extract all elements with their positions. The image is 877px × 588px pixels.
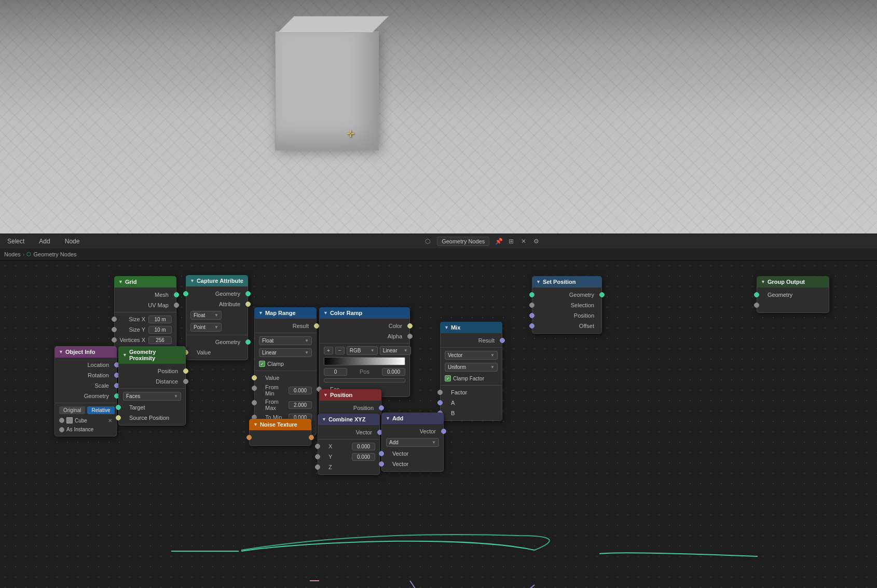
socket-mr-frommax[interactable] xyxy=(252,400,257,405)
socket-mr-result-out[interactable] xyxy=(314,323,319,329)
socket-sizex-in[interactable] xyxy=(112,317,117,322)
socket-gp-target-in[interactable] xyxy=(116,405,121,410)
cap-point-dropdown[interactable]: Point ▼ xyxy=(190,323,222,332)
socket-mix-result-out[interactable] xyxy=(500,338,505,343)
socket-sp-offset-in[interactable] xyxy=(529,323,535,329)
cr-rgb-dropdown[interactable]: RGB ▼ xyxy=(347,346,378,355)
mix-vector-dropdown[interactable]: Vector ▼ xyxy=(445,351,498,360)
clamp-label: Clamp xyxy=(267,361,284,367)
topbar-add[interactable]: Add xyxy=(36,237,53,246)
socket-add-v2-in[interactable] xyxy=(379,461,384,467)
socket-sizey-in[interactable] xyxy=(112,327,117,332)
close-icon[interactable]: ✕ xyxy=(518,236,529,247)
cr-stop-pos[interactable]: 0.000 xyxy=(382,368,405,376)
cr-color-picker-bar[interactable] xyxy=(324,378,405,382)
node-combine-xyz[interactable]: ▼ Combine XYZ Vector X 0.000 Y 0.000 xyxy=(318,414,380,475)
socket-cxyz-y-in[interactable] xyxy=(315,454,320,459)
cr-remove-btn[interactable]: − xyxy=(335,347,345,354)
cap-float-dropdown[interactable]: Float ▼ xyxy=(190,311,222,320)
mr-linear-dropdown[interactable]: Linear ▼ xyxy=(259,348,312,357)
tab-original[interactable]: Original xyxy=(59,406,85,414)
3d-viewport[interactable] xyxy=(0,0,877,234)
socket-oi-cube[interactable] xyxy=(59,418,64,423)
node-row-mr-linear: Linear ▼ xyxy=(255,347,316,359)
topbar-select[interactable]: Select xyxy=(4,237,28,246)
socket-noise-in[interactable] xyxy=(246,435,252,440)
node-row-cr-color: Color xyxy=(320,321,409,331)
socket-mr-value-in[interactable] xyxy=(252,375,257,380)
node-canvas[interactable]: ▼ Grid Mesh UV Map Size X 10 m xyxy=(0,261,877,588)
cr-linear-dropdown[interactable]: Linear ▼ xyxy=(380,346,411,355)
socket-cr-alpha-out[interactable] xyxy=(407,334,413,339)
node-geo-proximity[interactable]: ▼ Geometry Proximity Position Distance F… xyxy=(118,346,186,426)
node-row-pos-pos: Position xyxy=(320,403,381,413)
node-noise-texture[interactable]: ▼ Noise Texture xyxy=(249,419,311,446)
node-row-oi-scale: Scale xyxy=(55,380,116,391)
socket-sp-geo-in[interactable] xyxy=(529,292,535,297)
node-add[interactable]: ▼ Add Vector Add ▼ Vector xyxy=(381,413,444,472)
socket-cxyz-x-in[interactable] xyxy=(315,444,320,449)
gp-faces-dropdown[interactable]: Faces ▼ xyxy=(123,392,181,401)
node-map-range[interactable]: ▼ Map Range Result Float ▼ Linear xyxy=(254,307,317,435)
socket-cap-geo-out[interactable] xyxy=(245,291,251,296)
socket-cap-geo-out2[interactable] xyxy=(245,339,251,345)
socket-cxyz-z-in[interactable] xyxy=(315,464,320,470)
editor-type-icon[interactable]: ⬡ xyxy=(422,236,433,247)
socket-mesh-out[interactable] xyxy=(174,292,179,297)
settings-icon[interactable]: ⚙ xyxy=(531,236,541,247)
node-obj-tabs: Original Relative xyxy=(55,405,116,416)
socket-mix-factor-in[interactable] xyxy=(437,390,443,395)
node-position[interactable]: ▼ Position Position xyxy=(319,389,381,416)
add-dropdown[interactable]: Add ▼ xyxy=(386,438,439,447)
socket-add-v1-in[interactable] xyxy=(379,451,384,456)
socket-oi-instance[interactable] xyxy=(59,427,64,432)
node-set-position[interactable]: ▼ Set Position Geometry Selection Positi… xyxy=(532,276,602,334)
mr-float-dropdown[interactable]: Float ▼ xyxy=(259,336,312,345)
pin-icon[interactable]: 📌 xyxy=(494,236,504,247)
breadcrumb-root[interactable]: Nodes xyxy=(4,251,21,257)
socket-mix-a-in[interactable] xyxy=(437,400,443,405)
socket-mr-frommin[interactable] xyxy=(252,386,257,391)
socket-gp-srcpos-in[interactable] xyxy=(116,415,121,420)
sizey-value[interactable]: 10 m xyxy=(148,326,172,334)
node-mix[interactable]: ▼ Mix Result Vector ▼ Uniform xyxy=(440,322,502,421)
socket-vertx-in[interactable] xyxy=(112,337,117,343)
socket-gp-position-out[interactable] xyxy=(183,368,188,374)
frommin-value[interactable]: 0.000 xyxy=(289,387,312,394)
node-group-output[interactable]: ▼ Group Output Geometry xyxy=(757,276,829,313)
socket-cap-geo-in[interactable] xyxy=(183,291,188,296)
cr-stop-index[interactable]: 0 xyxy=(324,368,347,376)
socket-uvmap-out[interactable] xyxy=(174,303,179,308)
vertx-value[interactable]: 256 xyxy=(148,336,172,344)
overlay-icon[interactable]: ⊞ xyxy=(506,236,516,247)
cr-add-btn[interactable]: + xyxy=(324,347,333,354)
socket-sp-geo-out[interactable] xyxy=(599,292,605,297)
socket-noise-out[interactable] xyxy=(309,435,314,440)
color-ramp-controls: + − RGB ▼ Linear ▼ xyxy=(320,345,409,356)
node-capture-attribute[interactable]: ▼ Capture Attribute Geometry Attribute F… xyxy=(186,275,248,360)
cxyz-x-value[interactable]: 0.000 xyxy=(352,443,375,450)
cube-close-icon[interactable]: ✕ xyxy=(108,418,112,423)
frommax-value[interactable]: 2.000 xyxy=(289,401,312,409)
topbar-node[interactable]: Node xyxy=(62,237,83,246)
tab-relative[interactable]: Relative xyxy=(87,406,114,414)
socket-add-vector-out[interactable] xyxy=(441,429,446,434)
mix-clamp-checkbox[interactable]: ✓ xyxy=(445,375,451,381)
sizex-value[interactable]: 10 m xyxy=(148,316,172,323)
node-object-info[interactable]: ▼ Object Info Location Rotation Scale Ge… xyxy=(54,346,117,436)
socket-pos-out[interactable] xyxy=(379,405,384,411)
socket-go-empty-in[interactable] xyxy=(754,303,759,308)
socket-cr-color-out[interactable] xyxy=(407,323,413,329)
socket-go-geometry-in[interactable] xyxy=(754,292,759,297)
socket-gp-distance-out[interactable] xyxy=(183,379,188,384)
clamp-checkbox[interactable]: ✓ xyxy=(259,361,265,367)
socket-cap-attr-out[interactable] xyxy=(245,302,251,307)
mix-uniform-dropdown[interactable]: Uniform ▼ xyxy=(445,363,498,372)
breadcrumb-current: Geometry Nodes xyxy=(33,251,76,257)
socket-sp-selection-in[interactable] xyxy=(529,303,535,308)
node-row-gp-faces: Faces ▼ xyxy=(119,390,185,402)
color-ramp-gradient[interactable] xyxy=(324,357,405,365)
socket-sp-position-in[interactable] xyxy=(529,313,535,318)
cxyz-y-value[interactable]: 0.000 xyxy=(352,453,375,461)
node-color-ramp[interactable]: ▼ Color Ramp Color Alpha + − RGB xyxy=(319,307,410,397)
